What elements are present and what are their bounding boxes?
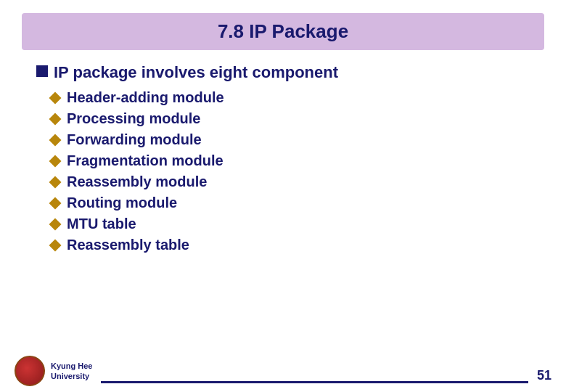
logo-area: Kyung Hee University xyxy=(15,356,92,386)
sub-item-text: MTU table xyxy=(67,216,136,232)
page-number: 51 xyxy=(537,368,551,386)
diamond-bullet-icon xyxy=(49,239,62,251)
slide-title: 7.8 IP Package xyxy=(36,20,530,43)
main-bullet-icon xyxy=(36,65,48,77)
sub-item-text: Reassembly module xyxy=(67,173,207,190)
title-bar: 7.8 IP Package xyxy=(22,13,544,50)
footer: Kyung Hee University 51 xyxy=(0,356,566,392)
list-item: Processing module xyxy=(51,110,530,127)
diamond-bullet-icon xyxy=(49,197,62,209)
diamond-bullet-icon xyxy=(49,155,62,167)
list-item: Reassembly module xyxy=(51,173,530,190)
sub-item-text: Fragmentation module xyxy=(67,152,223,169)
content-area: IP package involves eight component Head… xyxy=(0,50,566,392)
diamond-bullet-icon xyxy=(49,176,62,188)
diamond-bullet-icon xyxy=(49,218,62,230)
sub-items-list: Header-adding moduleProcessing moduleFor… xyxy=(36,89,530,253)
list-item: MTU table xyxy=(51,216,530,232)
list-item: Routing module xyxy=(51,195,530,211)
list-item: Reassembly table xyxy=(51,237,530,253)
sub-item-text: Forwarding module xyxy=(67,131,202,148)
diamond-bullet-icon xyxy=(49,91,62,104)
university-name: Kyung Hee University xyxy=(51,361,92,382)
footer-line xyxy=(101,381,528,383)
main-point: IP package involves eight component xyxy=(36,63,530,82)
slide: 7.8 IP Package IP package involves eight… xyxy=(0,0,566,392)
sub-item-text: Reassembly table xyxy=(67,237,189,253)
list-item: Header-adding module xyxy=(51,89,530,106)
list-item: Fragmentation module xyxy=(51,152,530,169)
footer-line-area xyxy=(101,381,528,386)
main-point-text: IP package involves eight component xyxy=(54,63,338,82)
university-logo xyxy=(15,356,45,386)
diamond-bullet-icon xyxy=(49,113,62,125)
diamond-bullet-icon xyxy=(49,134,62,146)
sub-item-text: Processing module xyxy=(67,110,201,127)
list-item: Forwarding module xyxy=(51,131,530,148)
sub-item-text: Routing module xyxy=(67,195,177,211)
sub-item-text: Header-adding module xyxy=(67,89,224,106)
